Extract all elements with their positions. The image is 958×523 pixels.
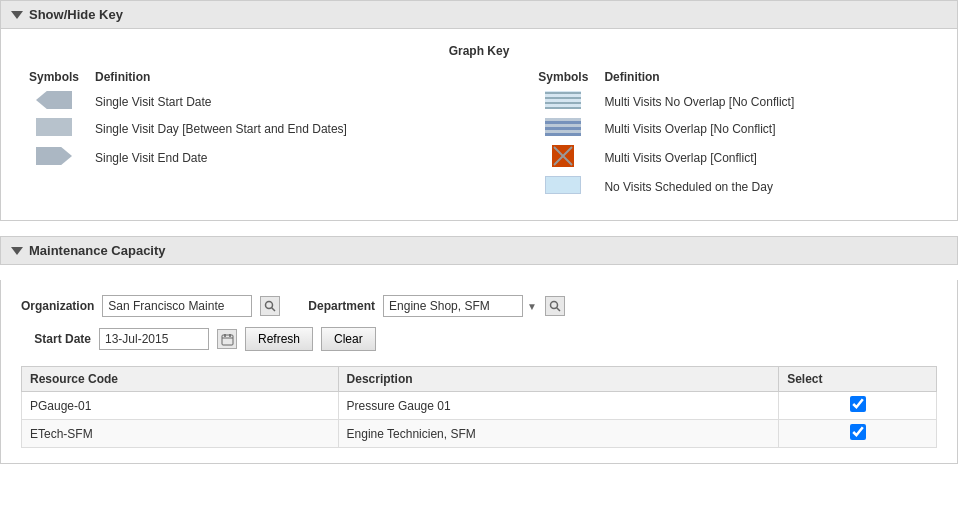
key-section-body: Graph Key Symbols Definition Symbols Def… — [0, 29, 958, 221]
symbol-single-start — [21, 88, 87, 115]
org-dept-row: Organization Department ▼ — [21, 295, 937, 317]
table-header-row: Resource Code Description Select — [22, 367, 937, 392]
department-search-button[interactable] — [545, 296, 565, 316]
def-multi-overlap: Multi Visits Overlap [No Conflict] — [596, 115, 937, 142]
department-dropdown-icon[interactable]: ▼ — [527, 301, 537, 312]
def-single-day: Single Visit Day [Between Start and End … — [87, 115, 530, 142]
key-legend-table: Symbols Definition Symbols Definition Si… — [21, 66, 937, 200]
description-cell: Pressure Gauge 01 — [338, 392, 779, 420]
symbol-conflict — [530, 142, 596, 173]
symbol-empty — [21, 173, 87, 200]
svg-line-6 — [556, 308, 560, 312]
no-visits-icon — [545, 176, 581, 194]
def-empty — [87, 173, 530, 200]
col-header-code: Resource Code — [22, 367, 339, 392]
single-start-icon — [36, 91, 72, 109]
symbol-single-day — [21, 115, 87, 142]
single-day-icon — [36, 118, 72, 136]
def-multi-conflict: Multi Visits Overlap [Conflict] — [596, 142, 937, 173]
start-date-label: Start Date — [21, 332, 91, 346]
key-row-2: Single Visit Day [Between Start and End … — [21, 115, 937, 142]
dept-input-wrapper: ▼ — [383, 295, 537, 317]
svg-point-3 — [266, 302, 273, 309]
calendar-button[interactable] — [217, 329, 237, 349]
col-header-description: Description — [338, 367, 779, 392]
select-checkbox[interactable] — [850, 396, 866, 412]
description-cell: Engine Technicien, SFM — [338, 420, 779, 448]
select-checkbox[interactable] — [850, 424, 866, 440]
svg-line-4 — [272, 308, 276, 312]
select-cell — [779, 392, 937, 420]
svg-point-5 — [550, 302, 557, 309]
dept-search-icon — [549, 300, 561, 312]
capacity-section-body: Organization Department ▼ — [0, 280, 958, 464]
symbol-multi-overlap — [530, 115, 596, 142]
collapse-icon — [11, 11, 23, 19]
organization-search-button[interactable] — [260, 296, 280, 316]
maintenance-capacity-section: Maintenance Capacity Organization Depart… — [0, 236, 958, 464]
graph-key-title: Graph Key — [21, 44, 937, 58]
search-icon — [264, 300, 276, 312]
collapse-capacity-icon — [11, 247, 23, 255]
show-hide-key-title: Show/Hide Key — [29, 7, 123, 22]
show-hide-key-section: Show/Hide Key Graph Key Symbols Definiti… — [0, 0, 958, 221]
def-single-end: Single Visit End Date — [87, 142, 530, 173]
left-definition-header: Definition — [87, 66, 530, 88]
calendar-icon — [221, 333, 234, 346]
resource-table: Resource Code Description Select PGauge-… — [21, 366, 937, 448]
right-symbols-header: Symbols — [530, 66, 596, 88]
def-no-visits: No Visits Scheduled on the Day — [596, 173, 937, 200]
maintenance-capacity-header[interactable]: Maintenance Capacity — [0, 236, 958, 265]
refresh-button[interactable]: Refresh — [245, 327, 313, 351]
department-input[interactable] — [383, 295, 523, 317]
clear-button[interactable]: Clear — [321, 327, 376, 351]
department-label: Department — [308, 299, 375, 313]
show-hide-key-header[interactable]: Show/Hide Key — [0, 0, 958, 29]
symbol-single-end — [21, 142, 87, 173]
table-row: ETech-SFMEngine Technicien, SFM — [22, 420, 937, 448]
multi-overlap-icon — [545, 118, 581, 136]
left-symbols-header: Symbols — [21, 66, 87, 88]
key-row-3: Single Visit End Date Multi Visits Overl… — [21, 142, 937, 173]
resource-code-cell: ETech-SFM — [22, 420, 339, 448]
symbol-no-visits — [530, 173, 596, 200]
col-header-select: Select — [779, 367, 937, 392]
single-end-icon — [36, 147, 72, 165]
start-date-row: Start Date Refresh Clear — [21, 327, 937, 351]
key-row-4: No Visits Scheduled on the Day — [21, 173, 937, 200]
key-row-1: Single Visit Start Date Multi Visits No … — [21, 88, 937, 115]
select-cell — [779, 420, 937, 448]
maintenance-capacity-title: Maintenance Capacity — [29, 243, 166, 258]
right-definition-header: Definition — [596, 66, 937, 88]
svg-rect-7 — [222, 335, 233, 345]
organization-input[interactable] — [102, 295, 252, 317]
table-row: PGauge-01Pressure Gauge 01 — [22, 392, 937, 420]
organization-label: Organization — [21, 299, 94, 313]
def-single-start: Single Visit Start Date — [87, 88, 530, 115]
multi-conflict-icon — [552, 145, 574, 167]
resource-code-cell: PGauge-01 — [22, 392, 339, 420]
multi-no-overlap-icon — [545, 91, 581, 109]
start-date-input[interactable] — [99, 328, 209, 350]
def-multi-no-overlap: Multi Visits No Overlap [No Conflict] — [596, 88, 937, 115]
symbol-multi-no-overlap — [530, 88, 596, 115]
